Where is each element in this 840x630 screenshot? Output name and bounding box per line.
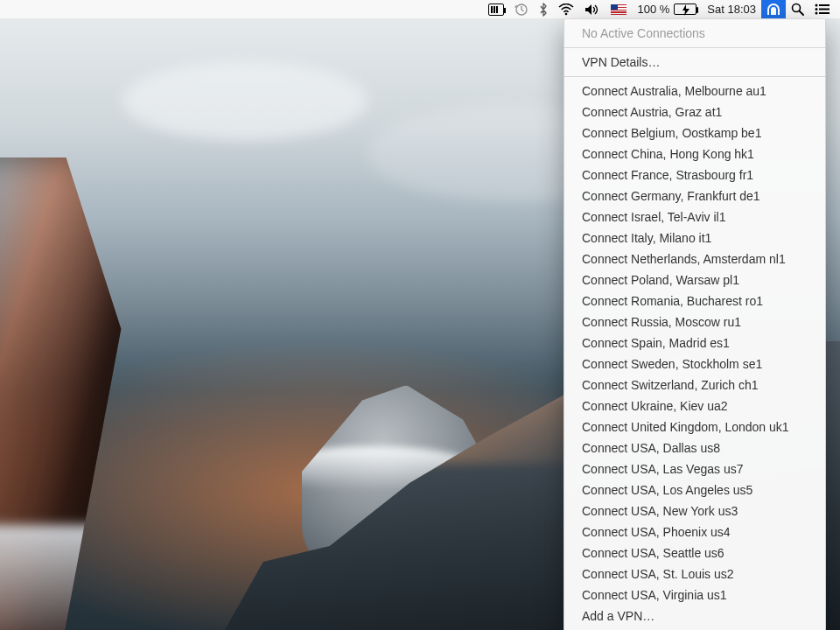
- svg-point-6: [816, 8, 818, 10]
- menu-connection-item[interactable]: Connect USA, Los Angeles us5: [564, 480, 825, 500]
- menu-connection-item[interactable]: Connect Germany, Frankfurt de1: [564, 186, 825, 206]
- menu-connection-item[interactable]: Connect China, Hong Kong hk1: [564, 144, 825, 164]
- battery-percent[interactable]: 100 %: [632, 0, 702, 18]
- wifi-icon: [558, 4, 574, 16]
- input-source-menu-extra[interactable]: [606, 0, 632, 18]
- menu-connection-item[interactable]: Connect Netherlands, Amsterdam nl1: [564, 248, 825, 270]
- battery-menu-extra[interactable]: [483, 0, 509, 18]
- menu-status: No Active Connections: [564, 23, 825, 44]
- clock-menu-extra[interactable]: Sat 18:03: [702, 0, 761, 18]
- menu-connection-item[interactable]: Connect USA, Dallas us8: [564, 438, 825, 458]
- clock-label: Sat 18:03: [707, 3, 756, 16]
- tunnelblick-menu: No Active Connections VPN Details… Conne…: [564, 19, 826, 630]
- menu-connection-item[interactable]: Connect USA, Las Vegas us7: [564, 458, 825, 480]
- menu-connection-item[interactable]: Connect Australia, Melbourne au1: [564, 80, 825, 102]
- volume-icon: [584, 4, 600, 16]
- spotlight-menu-extra[interactable]: [786, 0, 809, 18]
- tunnelblick-menu-extra[interactable]: [761, 0, 786, 18]
- search-icon: [791, 3, 804, 16]
- menu-connection-item[interactable]: Connect Italy, Milano it1: [564, 228, 825, 248]
- menu-separator: [564, 47, 825, 48]
- system-menubar: 100 % Sat 18:03: [0, 0, 840, 19]
- menu-connection-item[interactable]: Connect Spain, Madrid es1: [564, 332, 825, 354]
- menu-connection-item[interactable]: Connect France, Strasbourg fr1: [564, 164, 825, 186]
- svg-rect-9: [819, 12, 830, 14]
- menu-add-vpn[interactable]: Add a VPN…: [564, 606, 825, 626]
- svg-rect-5: [819, 4, 830, 6]
- svg-point-4: [816, 4, 818, 7]
- cloud-decoration: [122, 61, 368, 140]
- menu-vpn-details[interactable]: VPN Details…: [564, 52, 825, 73]
- menu-connection-item[interactable]: Connect Russia, Moscow ru1: [564, 312, 825, 332]
- notification-center-menu-extra[interactable]: [809, 0, 835, 18]
- svg-point-1: [565, 12, 568, 15]
- clock-backup-icon: [514, 3, 528, 17]
- svg-point-8: [816, 12, 818, 15]
- bluetooth-menu-extra[interactable]: [534, 0, 553, 18]
- wifi-menu-extra[interactable]: [553, 0, 579, 18]
- list-icon: [815, 4, 830, 15]
- flag-us-icon: [611, 4, 626, 15]
- menu-separator: [564, 76, 825, 77]
- menu-connection-item[interactable]: Connect USA, Seattle us6: [564, 542, 825, 564]
- menu-connection-item[interactable]: Connect USA, New York us3: [564, 500, 825, 522]
- menu-connection-item[interactable]: Connect USA, Phoenix us4: [564, 522, 825, 542]
- menu-connection-item[interactable]: Connect USA, Virginia us1: [564, 584, 825, 606]
- battery-charging-icon: [674, 4, 696, 15]
- menu-connection-item[interactable]: Connect Poland, Warsaw pl1: [564, 270, 825, 290]
- menu-connection-item[interactable]: Connect USA, St. Louis us2: [564, 564, 825, 584]
- menu-connection-item[interactable]: Connect Ukraine, Kiev ua2: [564, 396, 825, 416]
- menu-connection-item[interactable]: Connect Sweden, Stockholm se1: [564, 354, 825, 374]
- menu-connection-item[interactable]: Connect Romania, Bucharest ro1: [564, 290, 825, 312]
- svg-line-3: [800, 11, 804, 16]
- bluetooth-icon: [539, 3, 548, 17]
- menu-connection-item[interactable]: Connect Israel, Tel-Aviv il1: [564, 206, 825, 228]
- volume-menu-extra[interactable]: [579, 0, 606, 18]
- menu-connection-item[interactable]: Connect Belgium, Oostkamp be1: [564, 122, 825, 144]
- menu-connection-item[interactable]: Connect Austria, Graz at1: [564, 102, 825, 122]
- timemachine-menu-extra[interactable]: [509, 0, 534, 18]
- battery-icon: [488, 4, 504, 16]
- menu-connection-item[interactable]: Connect Switzerland, Zurich ch1: [564, 374, 825, 396]
- tunnel-icon: [766, 3, 780, 17]
- svg-rect-7: [819, 9, 830, 10]
- menu-connection-item[interactable]: Connect United Kingdom, London uk1: [564, 416, 825, 438]
- battery-percent-label: 100 %: [637, 3, 669, 16]
